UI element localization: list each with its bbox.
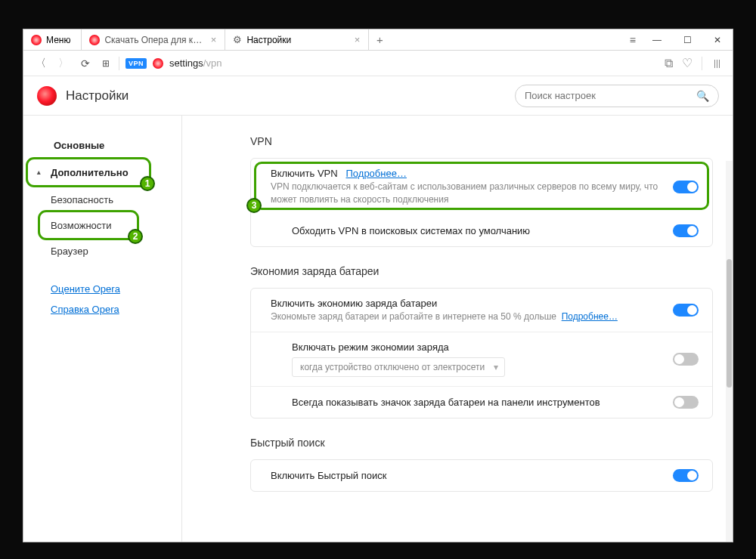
divider xyxy=(119,57,119,70)
easy-setup-button[interactable]: ≡ xyxy=(624,29,642,51)
chevron-up-icon: ▴ xyxy=(37,168,45,176)
section-title-quick-search: Быстрый поиск xyxy=(250,437,713,449)
battery-enable-row: Включить экономию заряда батареи Экономь… xyxy=(251,289,712,332)
settings-search[interactable]: 🔍 xyxy=(515,85,719,107)
sidebar-item-label: Возможности xyxy=(51,220,112,231)
settings-header: Настройки 🔍 xyxy=(23,76,733,116)
quick-search-toggle[interactable] xyxy=(673,469,699,482)
back-button[interactable]: 〈 xyxy=(33,54,49,73)
section-title-vpn: VPN xyxy=(250,135,713,147)
sidebar-link-help[interactable]: Справка Opera xyxy=(23,299,181,320)
sidebar-item-label: Основные xyxy=(54,140,104,151)
vpn-card: Включить VPN Подробнее… VPN подключается… xyxy=(250,158,713,247)
settings-content: VPN Включить VPN Подробнее… VPN подключа… xyxy=(182,116,733,542)
address-bar: 〈 〉 ⟳ ⊞ VPN settings/vpn ⧉ ♡ ⫼ xyxy=(23,51,733,76)
close-window-button[interactable]: ✕ xyxy=(702,35,733,45)
vpn-bypass-toggle[interactable] xyxy=(673,224,699,237)
battery-card: Включить экономию заряда батареи Экономь… xyxy=(250,288,713,419)
sidebar-setup-icon[interactable]: ⫼ xyxy=(711,57,723,70)
minimize-button[interactable]: — xyxy=(642,35,672,45)
section-title-battery: Экономия заряда батареи xyxy=(250,265,713,277)
browser-window: Меню Скачать Опера для ком... × ⚙ Настро… xyxy=(23,29,733,542)
row-text: Включить VPN Подробнее… VPN подключается… xyxy=(271,168,662,206)
maximize-button[interactable]: ☐ xyxy=(672,35,702,45)
annotation-badge-1: 1 xyxy=(140,176,155,191)
tab-download-opera[interactable]: Скачать Опера для ком... × xyxy=(82,29,225,50)
sidebar-item-features[interactable]: Возможности xyxy=(40,212,137,238)
battery-enable-description: Экономьте заряд батареи и работайте в ин… xyxy=(271,310,662,323)
gear-icon: ⚙ xyxy=(233,34,242,45)
sidebar-link-rate[interactable]: Оцените Opera xyxy=(23,279,181,299)
sidebar-item-security[interactable]: Безопасность xyxy=(23,187,181,212)
tab-label: Скачать Опера для ком... xyxy=(104,35,203,45)
close-icon[interactable]: × xyxy=(352,34,363,45)
search-input[interactable] xyxy=(525,90,696,101)
scrollbar-thumb[interactable] xyxy=(727,259,732,388)
sidebar-item-basic[interactable]: Основные xyxy=(23,132,181,158)
battery-icon-row: Всегда показывать значок заряда батареи … xyxy=(251,386,712,418)
quick-search-card: Включить Быстрый поиск xyxy=(250,459,713,492)
tab-settings[interactable]: ⚙ Настройки × xyxy=(225,29,369,50)
row-text: Включать режим экономии заряда когда уст… xyxy=(292,341,662,377)
sidebar-item-label: Браузер xyxy=(51,246,88,257)
search-icon: 🔍 xyxy=(696,90,709,102)
reload-button[interactable]: ⟳ xyxy=(78,54,93,73)
snapshot-icon[interactable]: ⧉ xyxy=(665,57,673,70)
menu-button[interactable]: Меню xyxy=(23,29,82,50)
vpn-enable-description: VPN подключается к веб-сайтам с использо… xyxy=(271,181,662,206)
opera-logo xyxy=(37,86,57,106)
row-text: Включить экономию заряда батареи Экономь… xyxy=(271,298,662,323)
tab-label: Настройки xyxy=(246,35,347,45)
sidebar-item-advanced[interactable]: ▴ Дополнительно xyxy=(28,159,149,185)
battery-enable-label: Включить экономию заряда батареи xyxy=(271,298,437,309)
battery-enable-toggle[interactable] xyxy=(673,304,699,317)
annotation-badge-3: 3 xyxy=(246,198,262,213)
sidebar-item-label: Безопасность xyxy=(51,194,113,205)
battery-mode-label: Включать режим экономии заряда xyxy=(292,341,449,353)
divider xyxy=(702,57,702,70)
battery-learn-more-link[interactable]: Подробнее… xyxy=(562,311,618,322)
heart-icon[interactable]: ♡ xyxy=(682,56,692,70)
vpn-badge[interactable]: VPN xyxy=(125,58,147,69)
sidebar-item-browser[interactable]: Браузер xyxy=(23,238,181,264)
battery-icon-toggle[interactable] xyxy=(673,396,699,409)
vpn-enable-toggle[interactable] xyxy=(673,181,699,193)
url-text[interactable]: settings/vpn xyxy=(169,57,222,69)
opera-icon xyxy=(31,35,42,45)
vpn-learn-more-link[interactable]: Подробнее… xyxy=(346,168,407,179)
annotation-badge-2: 2 xyxy=(128,229,143,244)
quick-search-row: Включить Быстрый поиск xyxy=(251,460,712,491)
row-text: Всегда показывать значок заряда батареи … xyxy=(292,397,662,408)
vpn-enable-label: Включить VPN xyxy=(271,168,338,179)
vpn-enable-row: Включить VPN Подробнее… VPN подключается… xyxy=(251,159,712,215)
tab-strip: Меню Скачать Опера для ком... × ⚙ Настро… xyxy=(23,29,733,51)
battery-mode-dropdown[interactable]: когда устройство отключено от электросет… xyxy=(292,357,505,377)
window-controls: — ☐ ✕ xyxy=(642,29,733,51)
speed-dial-button[interactable]: ⊞ xyxy=(99,55,113,72)
vpn-bypass-row: Обходить VPN в поисковых системах по умо… xyxy=(251,215,712,246)
close-icon[interactable]: × xyxy=(209,34,219,45)
sidebar: Основные ▴ Дополнительно 1 Безопасность … xyxy=(23,116,182,542)
battery-mode-toggle[interactable] xyxy=(673,353,699,366)
vertical-scrollbar[interactable] xyxy=(726,161,733,542)
forward-button[interactable]: 〉 xyxy=(55,54,72,73)
opera-icon xyxy=(153,58,163,69)
sidebar-item-label: Дополнительно xyxy=(51,167,129,178)
row-text: Включить Быстрый поиск xyxy=(271,470,662,481)
settings-body: Основные ▴ Дополнительно 1 Безопасность … xyxy=(23,116,733,542)
page-title: Настройки xyxy=(66,88,129,103)
row-text: Обходить VPN в поисковых системах по умо… xyxy=(292,225,662,236)
opera-icon xyxy=(89,35,100,45)
new-tab-button[interactable]: + xyxy=(369,33,390,46)
address-bar-right: ⧉ ♡ ⫼ xyxy=(665,56,723,70)
menu-label: Меню xyxy=(46,35,70,45)
battery-mode-row: Включать режим экономии заряда когда уст… xyxy=(251,332,712,386)
